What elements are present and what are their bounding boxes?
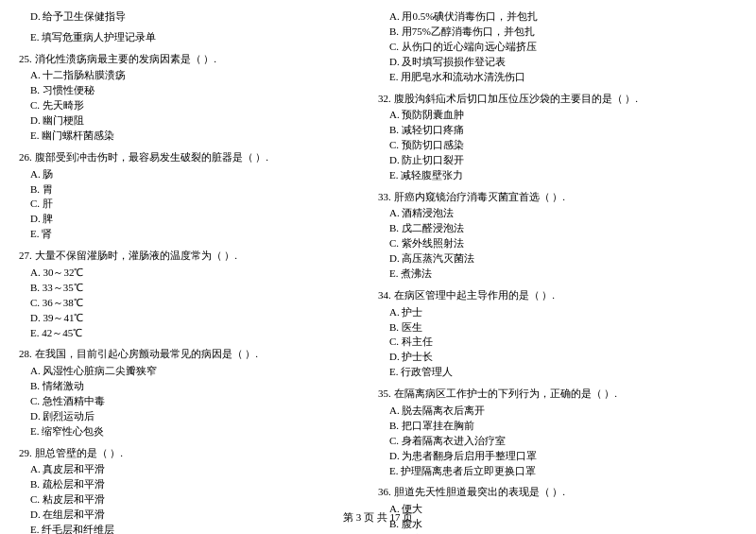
option-c: C. 急性酒精中毒 — [19, 394, 359, 409]
question-title: 26. 腹部受到冲击伤时，最容易发生破裂的脏器是（ ）. — [19, 149, 359, 165]
option-a: A. 肠 — [19, 167, 359, 182]
option-b: B. 减轻切口疼痛 — [378, 123, 737, 138]
option-a: A. 用0.5%碘伏消毒伤口，并包扎 — [378, 9, 737, 25]
question-27: 27. 大量不保留灌肠时，灌肠液的温度常为（ ）. A. 30～32℃ B. 3… — [19, 248, 359, 340]
option-d: D. 护士长 — [378, 350, 737, 365]
option-e: E. 减轻腹壁张力 — [378, 168, 737, 183]
option-d: D. 39～41℃ — [19, 311, 359, 326]
question-35: 35. 在隔离病区工作护士的下列行为，正确的是（ ）. A. 脱去隔离衣后离开 … — [378, 386, 737, 478]
option-text: D. 给予卫生保健指导 — [19, 9, 359, 25]
option-a: A. 脱去隔离衣后离开 — [378, 404, 737, 419]
option-a: A. 护士 — [378, 305, 737, 320]
option-c: C. 肝 — [19, 197, 359, 212]
option-b: B. 33～35℃ — [19, 281, 359, 296]
question-25: 25. 消化性溃疡病最主要的发病因素是（ ）. A. 十二指肠粘膜溃疡 B. 习… — [19, 51, 359, 144]
option-c: C. 粘皮层和平滑 — [19, 492, 359, 508]
option-e: E. 幽门螺杆菌感染 — [19, 129, 359, 144]
question-title: 29. 胆总管壁的是（ ）. — [19, 445, 359, 461]
option-c: C. 身着隔离衣进入治疗室 — [378, 434, 737, 449]
option-text: E. 填写危重病人护理记录单 — [19, 30, 359, 45]
option-e: E. 行政管理人 — [378, 365, 737, 380]
question-title: 34. 在病区管理中起主导作用的是（ ）. — [378, 287, 737, 303]
option-a: A. 酒精浸泡法 — [378, 206, 737, 221]
option-a: A. 风湿性心脏病二尖瓣狭窄 — [19, 364, 359, 379]
option-e: E. 用肥皂水和流动水清洗伤口 — [378, 70, 737, 85]
question-36: 36. 胆道先天性胆道最突出的表现是（ ）. A. 便大 B. 腹水 C. 肝掌… — [378, 484, 737, 534]
option-c: C. 36～38℃ — [19, 296, 359, 311]
option-b: B. 戊二醛浸泡法 — [378, 221, 737, 236]
question-33: 33. 肝癌内窥镜治疗消毒灭菌宜首选（ ）. A. 酒精浸泡法 B. 戊二醛浸泡… — [378, 189, 737, 282]
question-31-options: A. 用0.5%碘伏消毒伤口，并包扎 B. 用75%乙醇消毒伤口，并包扎 C. … — [378, 9, 737, 85]
option-d: D. 幽门梗阻 — [19, 113, 359, 129]
option-c: C. 预防切口感染 — [378, 138, 737, 153]
option-e: E. 煮沸法 — [378, 267, 737, 282]
option-a: A. 真皮层和平滑 — [19, 462, 359, 477]
option-e: E. 42～45℃ — [19, 326, 359, 341]
question-title: 36. 胆道先天性胆道最突出的表现是（ ）. — [378, 484, 737, 500]
option-c: C. 从伤口的近心端向远心端挤压 — [378, 40, 737, 55]
page-footer: 第 3 页 共 17 页 — [0, 510, 756, 525]
option-b: B. 情绪激动 — [19, 379, 359, 394]
option-b: B. 疏松层和平滑 — [19, 477, 359, 492]
option-c: C. 科主任 — [378, 335, 737, 350]
question-title: 33. 肝癌内窥镜治疗消毒灭菌宜首选（ ）. — [378, 189, 737, 205]
option-e: E. 肾 — [19, 227, 359, 242]
option-b: B. 胃 — [19, 182, 359, 198]
option-b: B. 习惯性便秘 — [19, 83, 359, 98]
question-title: 27. 大量不保留灌肠时，灌肠液的温度常为（ ）. — [19, 248, 359, 264]
option-d: D. 及时填写损损作登记表 — [378, 55, 737, 70]
question-26: 26. 腹部受到冲击伤时，最容易发生破裂的脏器是（ ）. A. 肠 B. 胃 C… — [19, 149, 359, 242]
question-32: 32. 腹股沟斜疝术后切口加压位压沙袋的主要目的是（ ）. A. 预防阴囊血肿 … — [378, 91, 737, 183]
option-d: D. 剧烈运动后 — [19, 409, 359, 424]
option-e: E. 护理隔离患者后立即更换口罩 — [378, 464, 737, 479]
option-b: B. 用75%乙醇消毒伤口，并包扎 — [378, 25, 737, 40]
option-a: A. 预防阴囊血肿 — [378, 108, 737, 123]
option-d: D. 高压蒸汽灭菌法 — [378, 251, 737, 267]
page: D. 给予卫生保健指导 E. 填写危重病人护理记录单 25. 消化性溃疡病最主要… — [0, 0, 756, 534]
question-title: 35. 在隔离病区工作护士的下列行为，正确的是（ ）. — [378, 386, 737, 402]
option-d-1: D. 给予卫生保健指导 — [19, 9, 359, 25]
option-d: D. 防止切口裂开 — [378, 153, 737, 168]
question-title: 28. 在我国，目前引起心房颤动最常见的病因是（ ）. — [19, 346, 359, 362]
question-28: 28. 在我国，目前引起心房颤动最常见的病因是（ ）. A. 风湿性心脏病二尖瓣… — [19, 346, 359, 439]
option-e-1: E. 填写危重病人护理记录单 — [19, 30, 359, 45]
option-d: D. 脾 — [19, 212, 359, 227]
option-a: A. 十二指肠粘膜溃疡 — [19, 68, 359, 83]
option-d: D. 为患者翻身后启用手整理口罩 — [378, 449, 737, 464]
left-column: D. 给予卫生保健指导 E. 填写危重病人护理记录单 25. 消化性溃疡病最主要… — [19, 9, 369, 534]
option-a: A. 30～32℃ — [19, 266, 359, 281]
option-c: C. 先天畸形 — [19, 98, 359, 113]
question-34: 34. 在病区管理中起主导作用的是（ ）. A. 护士 B. 医生 C. 科主任… — [378, 287, 737, 380]
question-title: 32. 腹股沟斜疝术后切口加压位压沙袋的主要目的是（ ）. — [378, 91, 737, 107]
content-area: D. 给予卫生保健指导 E. 填写危重病人护理记录单 25. 消化性溃疡病最主要… — [19, 9, 737, 534]
option-b: B. 把口罩挂在胸前 — [378, 419, 737, 434]
right-column: A. 用0.5%碘伏消毒伤口，并包扎 B. 用75%乙醇消毒伤口，并包扎 C. … — [369, 9, 737, 534]
question-title: 25. 消化性溃疡病最主要的发病因素是（ ）. — [19, 51, 359, 67]
option-c: C. 紫外线照射法 — [378, 236, 737, 251]
option-e: E. 缩窄性心包炎 — [19, 424, 359, 439]
option-b: B. 医生 — [378, 320, 737, 336]
